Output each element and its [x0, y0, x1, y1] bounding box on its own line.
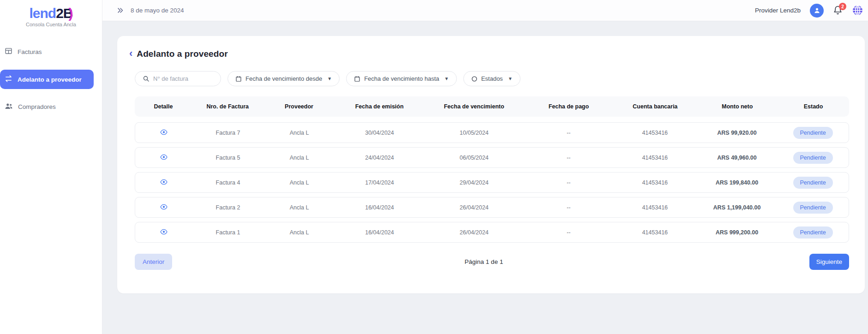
cell-proveedor: Ancla L: [263, 179, 335, 186]
chevron-down-icon: ▼: [508, 76, 513, 81]
table-row: Factura 2 Ancla L 16/04/2024 26/04/2024 …: [135, 197, 849, 218]
logo-subtitle: Consola Cuenta Ancla: [0, 22, 102, 27]
chevron-down-icon: ▼: [444, 76, 449, 81]
status-badge: Pendiente: [793, 202, 833, 214]
cell-fecha-pago: --: [524, 179, 613, 186]
calendar-icon: [235, 76, 242, 82]
cell-cuenta-bancaria: 41453416: [613, 229, 697, 236]
user-avatar[interactable]: [810, 4, 824, 18]
cell-monto-neto: ARS 99,920.00: [697, 130, 778, 136]
cell-fecha-vencimiento: 10/05/2024: [424, 130, 524, 136]
cell-proveedor: Ancla L: [263, 229, 335, 236]
column-header: Fecha de emisión: [335, 103, 424, 110]
cell-cuenta-bancaria: 41453416: [613, 130, 697, 136]
column-header: Estado: [778, 103, 849, 110]
topbar: 8 de mayo de 2024 Provider Lend2b 2: [102, 0, 868, 21]
table-row: Factura 5 Ancla L 24/04/2024 06/05/2024 …: [135, 147, 849, 168]
chevron-down-icon: ▼: [327, 76, 332, 81]
status-badge: Pendiente: [793, 152, 833, 164]
date-to-label: Fecha de vencimiento hasta: [364, 75, 439, 82]
cell-monto-neto: ARS 999,200.00: [697, 229, 778, 236]
cell-proveedor: Ancla L: [263, 130, 335, 136]
column-header: Nro. de Factura: [192, 103, 263, 110]
cell-factura: Factura 2: [192, 204, 264, 211]
notification-count-badge: 2: [839, 3, 846, 10]
search-input[interactable]: [153, 75, 213, 82]
filters-bar: Fecha de vencimiento desde ▼ Fecha de ve…: [135, 71, 853, 86]
page-status: Página 1 de 1: [158, 258, 809, 265]
column-header: Proveedor: [263, 103, 335, 110]
cell-fecha-vencimiento: 26/04/2024: [424, 229, 524, 236]
cell-fecha-emision: 24/04/2024: [335, 155, 424, 161]
column-header: Cuenta bancaria: [613, 103, 697, 110]
sidebar-nav: Facturas Adelanto a proveedor Compradore…: [0, 42, 102, 116]
people-icon: [5, 102, 13, 111]
status-circle-icon: [471, 76, 478, 82]
cell-factura: Factura 4: [192, 179, 264, 186]
search-icon: [143, 75, 150, 82]
date-from-label: Fecha de vencimiento desde: [245, 75, 322, 82]
logo: lend2B) Consola Cuenta Ancla: [0, 0, 102, 27]
table-header-row: Detalle Nro. de Factura Proveedor Fecha …: [135, 96, 849, 117]
view-detail-button[interactable]: [160, 229, 168, 235]
date-to-filter[interactable]: Fecha de vencimiento hasta ▼: [346, 71, 457, 86]
sidebar: lend2B) Consola Cuenta Ancla Facturas Ad…: [0, 0, 102, 334]
sidebar-item-label: Facturas: [18, 48, 42, 55]
view-detail-button[interactable]: [160, 129, 168, 135]
swap-arrows-icon: [5, 75, 12, 84]
view-detail-button[interactable]: [160, 204, 168, 210]
table-row: Factura 7 Ancla L 30/04/2024 10/05/2024 …: [135, 122, 849, 143]
table-body: Factura 7 Ancla L 30/04/2024 10/05/2024 …: [135, 122, 849, 243]
sidebar-item-label: Compradores: [18, 103, 56, 110]
cell-fecha-emision: 17/04/2024: [335, 179, 424, 186]
logo-text-lend: lend: [29, 6, 56, 21]
page-title: Adelanto a proveedor: [137, 49, 227, 59]
adelanto-card: ‹ Adelanto a proveedor: [117, 36, 865, 293]
column-header: Monto neto: [697, 103, 778, 110]
sidebar-item-adelanto-a-proveedor[interactable]: Adelanto a proveedor: [0, 70, 94, 89]
cell-fecha-emision: 16/04/2024: [335, 229, 424, 236]
cell-fecha-pago: --: [524, 229, 613, 236]
column-header: Fecha de pago: [524, 103, 614, 110]
cell-proveedor: Ancla L: [263, 204, 335, 211]
cell-cuenta-bancaria: 41453416: [613, 204, 697, 211]
cell-cuenta-bancaria: 41453416: [613, 179, 697, 186]
column-header: Fecha de vencimiento: [424, 103, 524, 110]
cell-fecha-pago: --: [524, 204, 613, 211]
cell-fecha-vencimiento: 06/05/2024: [424, 155, 524, 161]
status-badge: Pendiente: [793, 227, 833, 239]
cell-factura: Factura 5: [192, 155, 264, 161]
cell-monto-neto: ARS 1,199,040.00: [697, 204, 778, 211]
column-header: Detalle: [135, 103, 192, 110]
states-label: Estados: [481, 75, 503, 82]
cell-fecha-pago: --: [524, 155, 613, 161]
cell-fecha-vencimiento: 26/04/2024: [424, 204, 524, 211]
cell-cuenta-bancaria: 41453416: [613, 155, 697, 161]
back-chevron-icon[interactable]: ‹: [129, 48, 132, 59]
logo-accent-glyph: ): [69, 6, 73, 21]
cell-fecha-pago: --: [524, 130, 613, 136]
states-filter[interactable]: Estados ▼: [463, 71, 521, 86]
double-chevron-right-icon[interactable]: [116, 7, 124, 14]
calendar-icon: [354, 76, 360, 82]
cell-monto-neto: ARS 49,960.00: [697, 155, 778, 161]
sidebar-item-label: Adelanto a proveedor: [18, 76, 82, 83]
status-badge: Pendiente: [793, 177, 833, 189]
view-detail-button[interactable]: [160, 179, 168, 185]
sidebar-item-facturas[interactable]: Facturas: [0, 42, 102, 61]
pagination-bar: Anterior Página 1 de 1 Siguiente: [135, 254, 849, 270]
main-content: ‹ Adelanto a proveedor: [102, 21, 868, 334]
current-date: 8 de mayo de 2024: [131, 7, 184, 14]
table-row: Factura 1 Ancla L 16/04/2024 26/04/2024 …: [135, 222, 849, 243]
next-page-button[interactable]: Siguiente: [809, 254, 849, 270]
cell-factura: Factura 7: [192, 130, 264, 136]
cell-fecha-vencimiento: 29/04/2024: [424, 179, 524, 186]
view-detail-button[interactable]: [160, 154, 168, 160]
provider-label: Provider Lend2b: [755, 7, 801, 14]
cell-factura: Factura 1: [192, 229, 264, 236]
invoice-search-field[interactable]: [135, 71, 221, 86]
notifications-button[interactable]: 2: [833, 6, 843, 15]
language-globe-button[interactable]: [852, 5, 863, 16]
sidebar-item-compradores[interactable]: Compradores: [0, 97, 102, 116]
date-from-filter[interactable]: Fecha de vencimiento desde ▼: [227, 71, 340, 86]
